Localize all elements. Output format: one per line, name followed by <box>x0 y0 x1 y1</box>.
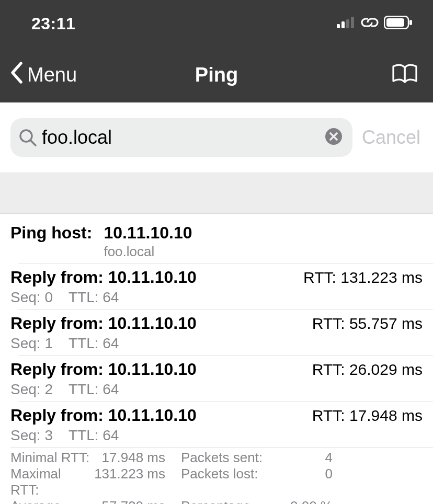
reply-rtt: RTT: 55.757 ms <box>312 315 423 333</box>
reply-prefix: Reply from: <box>10 360 108 379</box>
reply-ip: 10.11.10.10 <box>108 406 197 425</box>
reply-ip: 10.11.10.10 <box>108 314 197 333</box>
stat-lost-label: Packets lost: <box>165 466 265 498</box>
stat-sent-value: 4 <box>265 450 333 466</box>
reply-row: Reply from: 10.11.10.10 RTT: 26.029 ms S… <box>10 356 423 401</box>
stat-pct-label: Percentage lost: <box>165 498 265 504</box>
reply-rtt: RTT: 26.029 ms <box>312 361 423 379</box>
svg-point-7 <box>20 130 32 142</box>
stat-pct-value: 0.00 % <box>265 498 333 504</box>
page-title: Ping <box>195 64 238 86</box>
reply-seq: Seq: 2 <box>10 381 53 398</box>
stat-lost-value: 0 <box>265 466 333 498</box>
search-input[interactable] <box>42 127 324 148</box>
clear-circle-icon <box>324 127 343 148</box>
reply-seq: Seq: 3 <box>10 427 53 444</box>
svg-rect-5 <box>386 18 404 27</box>
nav-bar: Menu Ping <box>0 47 433 102</box>
cancel-button[interactable]: Cancel <box>362 127 423 148</box>
stat-min-value: 17.948 ms <box>92 450 165 466</box>
reply-seq: Seq: 1 <box>10 335 53 352</box>
svg-line-8 <box>31 141 36 145</box>
status-icons <box>337 16 413 31</box>
reply-ip: 10.11.10.10 <box>108 268 197 287</box>
search-box[interactable] <box>10 118 352 157</box>
status-time: 23:11 <box>31 14 75 33</box>
stat-max-label: Maximal RTT: <box>10 466 92 498</box>
reply-row: Reply from: 10.11.10.10 RTT: 131.223 ms … <box>10 264 423 309</box>
svg-rect-6 <box>409 20 412 25</box>
ping-host-label: Ping host: <box>10 223 92 243</box>
ping-host-name: foo.local <box>104 244 192 260</box>
reply-row: Reply from: 10.11.10.10 RTT: 17.948 ms S… <box>10 402 423 447</box>
svg-rect-3 <box>351 17 354 28</box>
status-bar: 23:11 <box>0 0 433 47</box>
stat-min-label: Minimal RTT: <box>10 450 92 466</box>
svg-rect-0 <box>337 24 340 28</box>
stat-sent-label: Packets sent: <box>165 450 265 466</box>
link-icon <box>359 16 381 31</box>
ping-host-row: Ping host: 10.11.10.10 foo.local <box>10 214 423 263</box>
reply-rtt: RTT: 131.223 ms <box>303 269 423 287</box>
stats-summary: Minimal RTT: 17.948 ms Packets sent: 4 M… <box>10 447 433 504</box>
reply-ttl: TTL: 64 <box>69 335 119 352</box>
reply-seq: Seq: 0 <box>10 289 53 306</box>
section-gap <box>0 173 433 214</box>
reply-ip: 10.11.10.10 <box>108 360 197 379</box>
reply-row: Reply from: 10.11.10.10 RTT: 55.757 ms S… <box>10 310 423 355</box>
stat-avg-value: 57.739 ms <box>92 498 165 504</box>
reply-prefix: Reply from: <box>10 314 108 333</box>
battery-icon <box>384 16 413 31</box>
reply-ttl: TTL: 64 <box>69 289 119 306</box>
reply-prefix: Reply from: <box>10 406 108 425</box>
open-book-icon <box>391 63 418 86</box>
reply-prefix: Reply from: <box>10 268 108 287</box>
back-button[interactable]: Menu <box>9 61 77 89</box>
back-label: Menu <box>27 64 77 86</box>
stat-max-value: 131.223 ms <box>92 466 165 498</box>
reply-ttl: TTL: 64 <box>69 381 119 398</box>
svg-rect-2 <box>346 19 349 28</box>
clear-search-button[interactable] <box>324 127 343 148</box>
search-icon <box>19 129 37 146</box>
ping-host-ip: 10.11.10.10 <box>104 223 192 243</box>
stat-avg-label: Average RTT: <box>10 498 92 504</box>
bookmarks-button[interactable] <box>391 63 418 86</box>
reply-ttl: TTL: 64 <box>69 427 119 444</box>
svg-rect-1 <box>341 21 345 28</box>
chevron-left-icon <box>9 61 25 89</box>
ping-results: Ping host: 10.11.10.10 foo.local Reply f… <box>0 214 433 504</box>
search-row: Cancel <box>0 102 433 173</box>
reply-rtt: RTT: 17.948 ms <box>312 407 423 425</box>
cellular-signal-icon <box>337 17 356 30</box>
